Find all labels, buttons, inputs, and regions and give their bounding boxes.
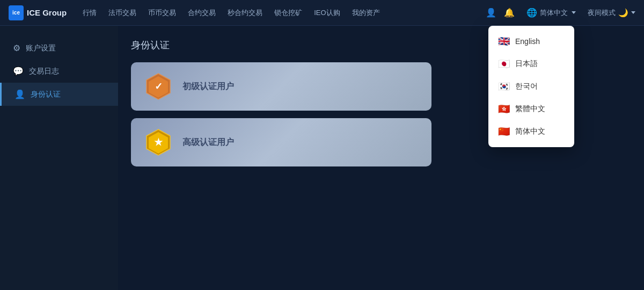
header-right: 👤 🔔 🌐 简体中文 夜间模式 🌙 xyxy=(486,5,635,20)
nav-item-second-contract[interactable]: 秒合约交易 xyxy=(228,6,262,20)
bell-icon[interactable]: 🔔 xyxy=(504,8,515,18)
flag-cn: 🇨🇳 xyxy=(498,126,510,137)
nav-item-contract[interactable]: 合约交易 xyxy=(188,6,216,20)
main-nav: 行情法币交易币币交易合约交易秒合约交易锁仓挖矿IEO认购我的资产 xyxy=(83,6,486,20)
nav-item-mining[interactable]: 锁仓挖矿 xyxy=(274,6,302,20)
sidebar-icon-account-settings: ⚙ xyxy=(13,43,20,53)
dropdown-item-lang-cn[interactable]: 🇨🇳简体中文 xyxy=(488,120,574,143)
nav-item-fiat[interactable]: 法币交易 xyxy=(108,6,136,20)
basic-user-card[interactable]: ✓ 初级认证用户 xyxy=(131,62,431,111)
svg-text:✓: ✓ xyxy=(155,81,163,92)
flag-kr: 🇰🇷 xyxy=(498,81,510,92)
night-mode-label: 夜间模式 xyxy=(588,8,616,18)
user-icon[interactable]: 👤 xyxy=(486,8,496,18)
logo-icon: ice xyxy=(9,5,24,20)
basic-user-label: 初级认证用户 xyxy=(182,81,234,92)
logo: ice ICE Group xyxy=(9,5,67,20)
sidebar-item-trade-log[interactable]: 💬交易日志 xyxy=(0,60,118,83)
flag-uk: 🇬🇧 xyxy=(498,35,510,47)
dropdown-item-lang-kr[interactable]: 🇰🇷한국어 xyxy=(488,75,574,98)
basic-badge-icon: ✓ xyxy=(144,73,172,100)
language-dropdown: 🇬🇧English🇯🇵日本語🇰🇷한국어🇭🇰繁體中文🇨🇳简体中文 xyxy=(488,26,574,147)
advanced-user-card[interactable]: ★ 高级认证用户 xyxy=(131,118,431,166)
dropdown-item-lang-jp[interactable]: 🇯🇵日本語 xyxy=(488,53,574,75)
dropdown-label-lang-tw: 繁體中文 xyxy=(515,104,545,114)
language-button[interactable]: 🌐 简体中文 xyxy=(522,5,580,20)
dropdown-label-lang-jp: 日本語 xyxy=(515,59,538,69)
flag-jp: 🇯🇵 xyxy=(498,58,510,70)
dropdown-label-lang-kr: 한국어 xyxy=(515,82,538,91)
logo-text: ICE Group xyxy=(27,8,67,17)
moon-icon: 🌙 xyxy=(618,8,628,18)
flag-hk: 🇭🇰 xyxy=(498,103,510,115)
advanced-badge: ★ xyxy=(144,128,173,157)
sidebar-icon-identity: 👤 xyxy=(14,89,25,99)
lang-chevron-icon xyxy=(572,11,576,14)
sidebar-item-identity[interactable]: 👤身份认证 xyxy=(0,83,118,106)
sidebar-label-trade-log: 交易日志 xyxy=(29,67,59,76)
basic-badge: ✓ xyxy=(144,72,173,101)
svg-text:★: ★ xyxy=(154,137,163,148)
nav-item-ieo[interactable]: IEO认购 xyxy=(314,6,340,20)
nav-item-assets[interactable]: 我的资产 xyxy=(352,6,380,20)
sidebar-item-account-settings[interactable]: ⚙账户设置 xyxy=(0,37,118,60)
dropdown-label-lang-cn: 简体中文 xyxy=(515,127,545,136)
night-mode-chevron-icon xyxy=(631,11,635,14)
nav-item-market[interactable]: 行情 xyxy=(83,6,97,20)
sidebar-icon-trade-log: 💬 xyxy=(13,66,24,76)
sidebar-label-account-settings: 账户设置 xyxy=(26,44,56,53)
nav-item-coin[interactable]: 币币交易 xyxy=(148,6,176,20)
sidebar-label-identity: 身份认证 xyxy=(31,90,61,99)
advanced-user-label: 高级认证用户 xyxy=(182,137,234,148)
header: ice ICE Group 行情法币交易币币交易合约交易秒合约交易锁仓挖矿IEO… xyxy=(0,0,644,26)
sidebar: ⚙账户设置💬交易日志👤身份认证 xyxy=(0,26,118,290)
advanced-badge-icon: ★ xyxy=(144,128,172,156)
language-label: 简体中文 xyxy=(540,8,568,18)
dropdown-label-lang-en: English xyxy=(515,37,540,46)
dropdown-item-lang-en[interactable]: 🇬🇧English xyxy=(488,30,574,53)
night-mode-toggle[interactable]: 夜间模式 🌙 xyxy=(588,8,635,18)
dropdown-item-lang-tw[interactable]: 🇭🇰繁體中文 xyxy=(488,98,574,120)
